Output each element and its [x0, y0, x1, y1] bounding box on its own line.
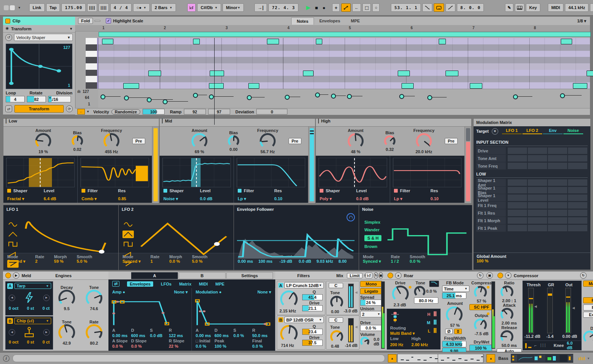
shaper-type-menu[interactable]: Fractal ▾ — [7, 196, 44, 201]
transform-section-header[interactable]: ✳ Transform ▼ — [3, 25, 75, 33]
matrix-cell[interactable] — [568, 162, 588, 169]
bias-knob[interactable] — [384, 135, 395, 147]
pre-button[interactable]: Pre — [289, 138, 301, 144]
subtab-envelopes[interactable]: Envelopes — [127, 281, 153, 287]
matrix-cell[interactable] — [548, 155, 568, 162]
midi-note[interactable] — [470, 83, 482, 89]
mix-b-c-button[interactable]: C — [329, 317, 343, 323]
amp-envelope-plot[interactable] — [111, 295, 188, 327]
capture-midi-button[interactable]: ○ — [372, 3, 380, 12]
frequency-knob[interactable] — [104, 133, 119, 149]
velocity-marker[interactable] — [193, 93, 198, 98]
lane-back-button[interactable]: ← — [77, 109, 85, 115]
morph-value[interactable]: 0.0 % — [169, 259, 182, 264]
lfo1-waveform[interactable] — [20, 215, 115, 259]
matrix-row-label[interactable]: Drive — [476, 147, 506, 154]
loop-brace[interactable] — [99, 32, 591, 37]
d-value[interactable]: 600 ms — [215, 333, 234, 338]
velocity-marker[interactable] — [399, 94, 404, 99]
filter-a-drive-field[interactable]: 21.1 — [302, 305, 323, 311]
global-drive-field[interactable]: 0.0 % — [360, 325, 381, 331]
device-activator[interactable] — [387, 273, 393, 278]
matrix-cell[interactable] — [568, 202, 588, 209]
low-split-value[interactable]: 200 Hz — [390, 342, 403, 347]
expand-button[interactable]: Expand — [583, 312, 593, 318]
matrix-cell[interactable] — [568, 187, 588, 194]
loop-switch-button[interactable] — [434, 3, 444, 12]
filter-type-menu[interactable]: Lp ▾ — [394, 196, 430, 201]
device-activator[interactable] — [497, 273, 503, 278]
window-icon[interactable] — [4, 5, 9, 10]
chevron-down-icon[interactable]: ▼ — [587, 357, 590, 360]
tone-filter-button[interactable] — [429, 281, 439, 287]
clip-activator[interactable] — [5, 19, 10, 24]
chevron-down-icon[interactable]: ▼ — [18, 6, 21, 9]
subtab-lfos[interactable]: LFOs — [161, 282, 171, 286]
matrix-cell[interactable] — [527, 147, 548, 154]
band-mid-header[interactable]: Mid — [160, 119, 315, 127]
midi-note[interactable] — [193, 39, 200, 44]
matrix-row-label[interactable]: Shaper 1 Bias — [476, 187, 506, 194]
frequency-knob[interactable] — [260, 133, 276, 149]
matrix-row-label[interactable]: Tone Freq — [476, 162, 506, 169]
output-knob[interactable] — [474, 318, 487, 331]
scale-mode-button[interactable]: ♭♯ — [187, 3, 196, 12]
collapse-icon[interactable]: ▼ — [505, 272, 511, 279]
tab-a[interactable]: A — [131, 272, 178, 279]
computer-midi-keyboard-button[interactable] — [515, 3, 524, 12]
amount-knob[interactable] — [446, 306, 463, 323]
out-gain-handle[interactable]: ◀ — [572, 306, 575, 310]
matrix-cell[interactable] — [507, 194, 527, 201]
noise-type-wander[interactable]: Wander — [364, 228, 381, 232]
saw-up-icon[interactable] — [7, 250, 19, 258]
hot-swap-icon[interactable]: ↻ — [477, 272, 483, 279]
matrix-cell[interactable] — [507, 209, 527, 217]
prev-engine-icon[interactable]: ◀ — [9, 295, 15, 301]
midi-note[interactable] — [316, 39, 322, 44]
r-slope-value[interactable]: 22 % — [169, 344, 188, 348]
tab-notes[interactable]: Notes — [291, 17, 314, 25]
release-knob[interactable] — [500, 330, 513, 343]
mix-a-tone-knob[interactable] — [330, 296, 343, 309]
ramp-end-field[interactable]: 97 — [208, 109, 230, 115]
engine-b-menu[interactable]: Chip (♭♯)▼ — [14, 318, 51, 324]
width-value[interactable]: 8.00 — [339, 259, 350, 264]
scale-name-menu[interactable]: Minor▼ — [223, 3, 244, 12]
loop-length-field[interactable]: 8. 0. 0 — [457, 3, 484, 12]
midi-note[interactable] — [102, 39, 113, 44]
freq-value[interactable]: 9.03 kHz — [317, 259, 333, 264]
velocity-lane[interactable] — [98, 89, 590, 108]
unison-menu[interactable]: 2▼ — [360, 311, 382, 317]
filter-b-tag[interactable]: B — [278, 317, 283, 322]
noise-type-brown[interactable]: Brown — [364, 244, 381, 249]
beat-time-ruler[interactable]: 1 2 3 4 5 6 7 8 — [75, 25, 590, 31]
matrix-cell[interactable] — [527, 217, 548, 224]
draw-mode-button[interactable]: ⬚ — [362, 3, 371, 12]
shaper-activator[interactable] — [320, 189, 323, 193]
midi-note[interactable] — [248, 83, 259, 89]
info-icon[interactable]: i — [3, 355, 9, 362]
noise-type-simplex[interactable]: Simplex — [364, 220, 381, 224]
makeup-button[interactable]: Makeup — [583, 281, 593, 287]
shaper-display[interactable]: Shaper Level Noise ▾ 0.0 dB — [160, 156, 234, 203]
filter-b-type-menu[interactable]: BP 12dB OSR▼ — [284, 317, 324, 323]
matrix-row-label[interactable]: Shaper 1 Amt — [476, 179, 506, 186]
tone-knob[interactable] — [414, 286, 425, 297]
res-value[interactable]: 0.10 — [430, 196, 460, 201]
collapse-icon[interactable]: ▲ — [395, 272, 402, 279]
transform-apply-button[interactable]: Transform — [14, 105, 64, 113]
modulation-envelope-plot[interactable] — [195, 295, 272, 327]
matrix-cell[interactable] — [507, 155, 527, 162]
subtab-mpe[interactable]: MPE — [215, 282, 224, 286]
gain-value[interactable]: 0.0 dB — [299, 259, 311, 264]
decay-knob[interactable] — [58, 290, 75, 306]
matrix-cell[interactable] — [507, 162, 527, 169]
track-name[interactable]: Bass — [498, 356, 508, 361]
saw-up-icon[interactable] — [122, 250, 134, 258]
midi-note[interactable] — [210, 71, 224, 76]
midi-note[interactable] — [267, 39, 279, 44]
lfo2-waveform[interactable] — [135, 215, 230, 259]
subtab-matrix[interactable]: Matrix — [179, 282, 191, 286]
velocity-marker[interactable] — [560, 93, 565, 98]
pre-button[interactable]: Pre — [445, 138, 458, 144]
